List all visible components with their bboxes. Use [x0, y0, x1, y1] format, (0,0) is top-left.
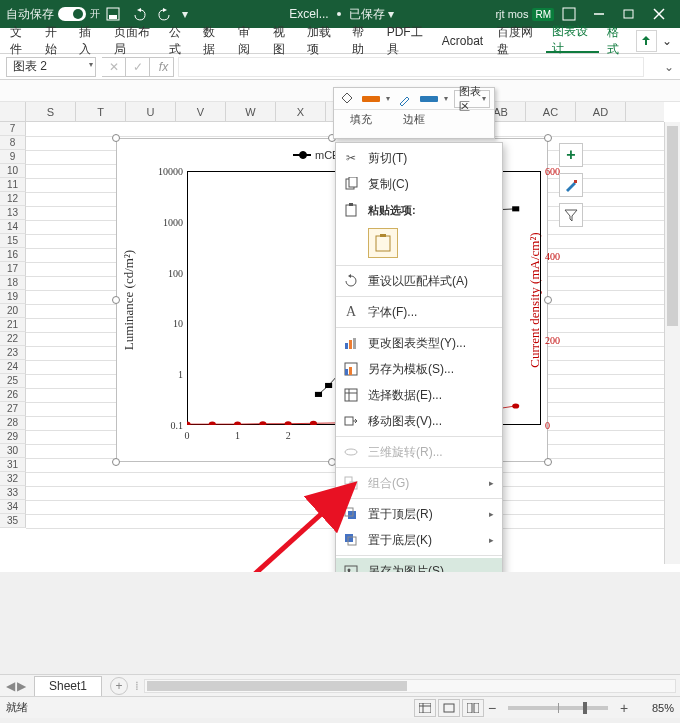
template-icon: [342, 360, 360, 378]
tab-format[interactable]: 格式: [601, 29, 634, 53]
menu-cut[interactable]: ✂剪切(T): [336, 145, 502, 171]
svg-rect-41: [345, 343, 348, 349]
view-normal-icon[interactable]: [414, 699, 436, 717]
autosave-on-text: 开: [90, 7, 100, 21]
zoom-out-button[interactable]: −: [484, 700, 500, 716]
fx-cancel-icon[interactable]: ✕: [102, 57, 126, 77]
svg-rect-4: [624, 10, 633, 18]
svg-rect-19: [512, 206, 519, 211]
zoom-in-button[interactable]: +: [616, 700, 632, 716]
border-color-icon[interactable]: [396, 91, 414, 107]
y-axis-left-label[interactable]: Luminance (cd/m²): [121, 250, 137, 350]
add-sheet-button[interactable]: +: [110, 677, 128, 695]
fill-color-icon[interactable]: [338, 91, 356, 107]
resize-handle[interactable]: [112, 134, 120, 142]
svg-point-33: [512, 403, 519, 408]
view-page-break-icon[interactable]: [462, 699, 484, 717]
horizontal-scrollbar[interactable]: [144, 679, 676, 693]
tab-pdf[interactable]: PDF工具: [381, 29, 434, 53]
tab-help[interactable]: 帮助: [346, 29, 379, 53]
menu-copy[interactable]: 复制(C): [336, 171, 502, 197]
status-bar: 就绪 − + 85%: [0, 696, 680, 718]
menu-save-template[interactable]: 另存为模板(S)...: [336, 356, 502, 382]
formula-input[interactable]: [178, 57, 644, 77]
menu-send-back[interactable]: 置于底层(K)▸: [336, 527, 502, 553]
svg-rect-43: [353, 338, 356, 349]
tab-addins[interactable]: 加载项: [301, 29, 344, 53]
group-icon: [342, 474, 360, 492]
tab-data[interactable]: 数据: [197, 29, 230, 53]
copy-icon: [342, 175, 360, 193]
zoom-slider[interactable]: [508, 706, 608, 710]
svg-rect-54: [348, 511, 356, 519]
formula-expand-icon[interactable]: ⌄: [664, 60, 674, 74]
menu-change-chart-type[interactable]: 更改图表类型(Y)...: [336, 330, 502, 356]
svg-rect-37: [346, 205, 356, 216]
autosave-switch[interactable]: [58, 7, 86, 21]
resize-handle[interactable]: [544, 134, 552, 142]
border-color-swatch[interactable]: [420, 96, 438, 102]
tab-file[interactable]: 文件: [4, 29, 37, 53]
view-page-layout-icon[interactable]: [438, 699, 460, 717]
rotate-3d-icon: [342, 443, 360, 461]
sheet-nav-prev-icon[interactable]: ◀: [6, 679, 15, 693]
menu-reset-style[interactable]: 重设以匹配样式(A): [336, 268, 502, 294]
zoom-value[interactable]: 85%: [638, 702, 674, 714]
user-badge[interactable]: RM: [532, 8, 554, 21]
fx-icon[interactable]: fx: [150, 57, 174, 77]
close-icon[interactable]: [644, 0, 674, 28]
menu-select-data[interactable]: 选择数据(E)...: [336, 382, 502, 408]
resize-handle[interactable]: [112, 296, 120, 304]
menu-font[interactable]: A字体(F)...: [336, 299, 502, 325]
menu-paste-option[interactable]: [336, 223, 502, 263]
svg-rect-72: [444, 704, 454, 712]
undo-icon[interactable]: [130, 5, 148, 23]
sheet-nav-next-icon[interactable]: ▶: [17, 679, 26, 693]
row-headers[interactable]: 7891011121314151617181920212223242526272…: [0, 122, 26, 528]
chart-type-icon: [342, 334, 360, 352]
ribbon-collapse-icon[interactable]: ⌄: [659, 34, 676, 48]
tab-formulas[interactable]: 公式: [163, 29, 196, 53]
saved-status[interactable]: 已保存 ▾: [349, 6, 394, 23]
sheet-tab[interactable]: Sheet1: [34, 676, 102, 696]
redo-icon[interactable]: [156, 5, 174, 23]
chart-styles-button[interactable]: [559, 173, 583, 197]
tab-insert[interactable]: 插入: [73, 29, 106, 53]
save-icon[interactable]: [104, 5, 122, 23]
resize-handle[interactable]: [112, 458, 120, 466]
tab-chart-design[interactable]: 图表设计: [546, 29, 599, 53]
resize-handle[interactable]: [544, 458, 552, 466]
tab-view[interactable]: 视图: [267, 29, 300, 53]
svg-rect-38: [349, 203, 353, 206]
tab-layout[interactable]: 页面布局: [108, 29, 161, 53]
name-box[interactable]: 图表 2▾: [6, 57, 96, 77]
tab-baidu[interactable]: 百度网盘: [491, 29, 544, 53]
tab-home[interactable]: 开始: [39, 29, 72, 53]
svg-rect-34: [574, 180, 577, 183]
fill-color-swatch[interactable]: [362, 96, 380, 102]
chart-elements-button[interactable]: +: [559, 143, 583, 167]
resize-handle[interactable]: [544, 296, 552, 304]
svg-rect-45: [345, 369, 348, 375]
fx-confirm-icon[interactable]: ✓: [126, 57, 150, 77]
menu-save-as-picture[interactable]: 另存为图片(S)...: [336, 558, 502, 572]
chart-filters-button[interactable]: [559, 203, 583, 227]
chart-area-combo[interactable]: 图表区▾: [454, 90, 490, 108]
svg-rect-39: [376, 236, 390, 251]
svg-rect-53: [350, 482, 357, 489]
tab-review[interactable]: 审阅: [232, 29, 265, 53]
share-icon[interactable]: [636, 30, 657, 52]
tab-acrobat[interactable]: Acrobat: [436, 29, 489, 53]
save-picture-icon: [342, 562, 360, 572]
worksheet-grid[interactable]: ST UV WX ABAC AD 78910111213141516171819…: [0, 80, 680, 572]
user-name[interactable]: rjt mos: [495, 8, 528, 20]
vertical-scrollbar[interactable]: [664, 122, 680, 564]
autosave-toggle[interactable]: 自动保存 开: [6, 6, 100, 23]
menu-move-chart[interactable]: 移动图表(V)...: [336, 408, 502, 434]
select-all-corner[interactable]: [0, 102, 26, 122]
svg-rect-46: [349, 367, 352, 375]
menu-group: 组合(G)▸: [336, 470, 502, 496]
svg-rect-52: [345, 477, 352, 484]
menu-paste-options-label: 粘贴选项:: [336, 197, 502, 223]
menu-bring-front[interactable]: 置于顶层(R)▸: [336, 501, 502, 527]
